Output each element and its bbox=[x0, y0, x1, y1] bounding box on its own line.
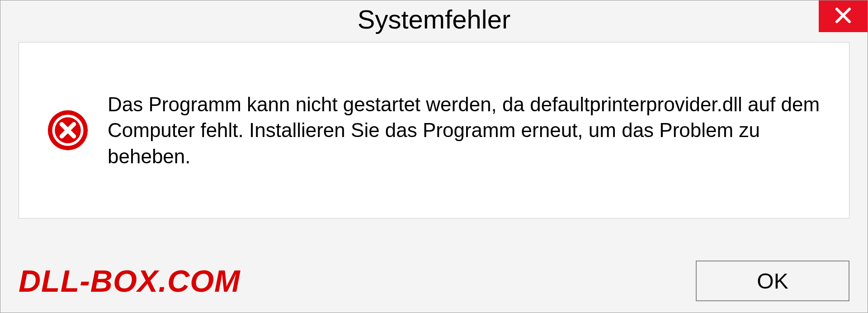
close-button[interactable] bbox=[819, 0, 868, 32]
content-panel: Das Programm kann nicht gestartet werden… bbox=[19, 42, 849, 218]
error-message: Das Programm kann nicht gestartet werden… bbox=[108, 91, 822, 169]
ok-button-label: OK bbox=[757, 269, 788, 294]
error-icon bbox=[46, 109, 90, 152]
titlebar: Systemfehler bbox=[0, 0, 868, 40]
dialog-title: Systemfehler bbox=[358, 4, 510, 34]
footer: DLL-BOX.COM OK bbox=[19, 258, 849, 304]
watermark-text: DLL-BOX.COM bbox=[19, 263, 241, 299]
ok-button[interactable]: OK bbox=[696, 261, 849, 301]
error-dialog: Systemfehler Das Programm kann nicht ges… bbox=[0, 0, 868, 313]
close-icon bbox=[834, 6, 852, 26]
